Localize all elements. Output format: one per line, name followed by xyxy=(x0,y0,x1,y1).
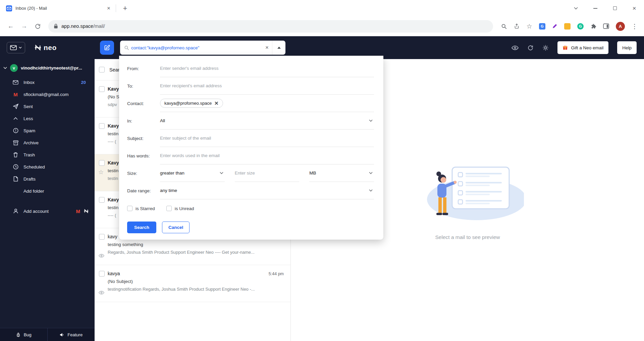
to-input[interactable] xyxy=(160,83,374,88)
row-checkbox[interactable] xyxy=(99,234,105,240)
is-starred-checkbox[interactable]: is Starred xyxy=(127,206,155,211)
feedback-footer: Bug Feature xyxy=(0,328,95,341)
compose-button[interactable] xyxy=(100,41,114,55)
extensions-puzzle-icon[interactable] xyxy=(587,20,599,32)
is-unread-checkbox[interactable]: is Unread xyxy=(166,206,194,211)
compose-pencil-icon xyxy=(104,44,110,51)
read-receipts-eye-icon[interactable] xyxy=(512,45,519,50)
back-icon[interactable]: ← xyxy=(5,20,17,32)
sidebar-item-scheduled[interactable]: Scheduled xyxy=(0,161,95,173)
sidebar-item-inbox[interactable]: Inbox 20 xyxy=(0,76,95,88)
contact-chip[interactable]: kavya@proforneo.space ✕ xyxy=(160,99,223,108)
mail-search-input[interactable] xyxy=(129,45,262,50)
subject-input[interactable] xyxy=(160,136,374,141)
help-button-label: Help xyxy=(622,45,632,50)
row-checkbox[interactable] xyxy=(99,197,105,203)
starred-checkbox-input[interactable] xyxy=(127,206,132,211)
close-button[interactable]: × xyxy=(625,0,644,16)
share-icon[interactable] xyxy=(511,20,523,32)
zoom-icon[interactable] xyxy=(498,20,510,32)
sidebar-item-add-folder[interactable]: Add folder xyxy=(0,185,95,197)
clock-icon xyxy=(13,164,18,169)
advanced-search-panel: From: To: Contact: kavya@proforneo.space… xyxy=(119,56,383,240)
unread-checkbox-input[interactable] xyxy=(166,206,172,211)
new-tab-button[interactable]: + xyxy=(119,3,131,14)
browser-menu-icon[interactable]: ⋮ xyxy=(629,20,641,32)
browser-toolbar: ← → app.neo.space/mail/ ☆ G G A ⋮ xyxy=(0,16,644,36)
reload-icon[interactable] xyxy=(32,20,44,32)
send-icon xyxy=(13,104,18,109)
daterange-select[interactable]: any time xyxy=(160,182,374,199)
bug-button[interactable]: Bug xyxy=(0,328,47,341)
neo-logo: neo xyxy=(35,44,57,52)
mail-search-bar[interactable]: × xyxy=(120,41,285,55)
forward-icon[interactable]: → xyxy=(18,20,30,32)
chip-remove-icon[interactable]: ✕ xyxy=(214,101,219,106)
size-input[interactable] xyxy=(235,170,300,176)
mail-row[interactable]: kavya 5:44 pm (No Subject) testingnotifi… xyxy=(95,265,290,302)
browser-tabstrip: Inbox (20) - Mail × + × xyxy=(0,0,644,16)
gift-icon xyxy=(562,45,568,50)
search-icon xyxy=(124,45,129,50)
chevron-down-icon xyxy=(369,119,373,122)
profile-avatar[interactable]: A xyxy=(616,22,625,31)
neo-provider-icon[interactable] xyxy=(84,209,89,213)
header-right-actions: Gift a Neo email Help xyxy=(512,41,644,54)
translate-extension-icon[interactable]: G xyxy=(539,23,545,30)
from-input[interactable] xyxy=(160,66,374,71)
size-unit-select[interactable]: MB xyxy=(309,164,374,182)
toolbar-right-icons: ☆ G G A ⋮ xyxy=(498,20,641,32)
contact-row: Contact: kavya@proforneo.space ✕ xyxy=(127,95,374,112)
select-all-checkbox[interactable] xyxy=(99,67,105,72)
trash-icon xyxy=(13,152,18,157)
empty-state-illustration xyxy=(411,165,524,226)
bookmark-star-icon[interactable]: ☆ xyxy=(523,20,535,32)
minimize-button[interactable] xyxy=(586,0,605,16)
maximize-button[interactable] xyxy=(605,0,625,16)
read-receipt-eye-icon xyxy=(99,291,104,295)
pen-extension-icon[interactable] xyxy=(552,23,557,29)
collapse-search-icon[interactable] xyxy=(272,41,285,55)
sidebar-item-sent[interactable]: Sent xyxy=(0,100,95,112)
add-account-button[interactable]: Add account M xyxy=(0,205,95,217)
address-bar[interactable]: app.neo.space/mail/ xyxy=(48,20,493,33)
tab-search-chevron-icon[interactable] xyxy=(566,0,586,16)
size-operator-select[interactable]: greater than xyxy=(160,164,225,182)
sidebar-item-drafts[interactable]: Drafts xyxy=(0,173,95,185)
row-checkbox[interactable] xyxy=(99,271,105,277)
browser-tab[interactable]: Inbox (20) - Mail × xyxy=(0,0,116,16)
bug-icon xyxy=(16,332,21,337)
haswords-input[interactable] xyxy=(160,153,374,158)
feature-button[interactable]: Feature xyxy=(47,328,95,341)
inbox-unread-count: 20 xyxy=(81,80,95,85)
sidebar-item-archive[interactable]: Archive xyxy=(0,137,95,149)
row-checkbox[interactable] xyxy=(99,160,105,166)
settings-gear-icon[interactable] xyxy=(542,45,549,51)
cancel-button[interactable]: Cancel xyxy=(162,222,190,233)
mail-app-switcher[interactable] xyxy=(7,42,25,53)
gift-neo-email-button[interactable]: Gift a Neo email xyxy=(557,41,608,54)
sidebar-item-trash[interactable]: Trash xyxy=(0,149,95,161)
gmail-provider-icon[interactable]: M xyxy=(76,208,80,214)
refresh-icon[interactable] xyxy=(527,45,534,51)
in-select[interactable]: All xyxy=(160,112,374,130)
yellow-extension-icon[interactable] xyxy=(564,23,571,30)
row-checkbox[interactable] xyxy=(99,86,105,92)
star-icon[interactable]: ☆ xyxy=(98,168,104,176)
brand-area: neo xyxy=(0,42,95,53)
account-selector[interactable]: v vinodhcidthirtyneotest@pr... xyxy=(0,59,95,76)
haswords-row: Has words: xyxy=(127,147,374,164)
contact-chip-label: kavya@proforneo.space xyxy=(164,101,212,106)
sidebar-item-less[interactable]: Less xyxy=(0,112,95,125)
sidebar-item-spam[interactable]: Spam xyxy=(0,125,95,137)
sidebar-item-gmail-account[interactable]: M sflockmail@gmail.com xyxy=(0,88,95,100)
clear-search-icon[interactable]: × xyxy=(262,44,272,51)
grammarly-extension-icon[interactable]: G xyxy=(577,23,584,30)
tab-close-icon[interactable]: × xyxy=(105,5,112,12)
search-button[interactable]: Search xyxy=(127,222,156,233)
side-panel-icon[interactable] xyxy=(600,20,612,32)
row-checkbox[interactable] xyxy=(99,123,105,129)
subject-row: Subject: xyxy=(127,130,374,147)
help-button[interactable]: Help xyxy=(617,41,637,54)
daterange-row: Date range: any time xyxy=(127,182,374,199)
